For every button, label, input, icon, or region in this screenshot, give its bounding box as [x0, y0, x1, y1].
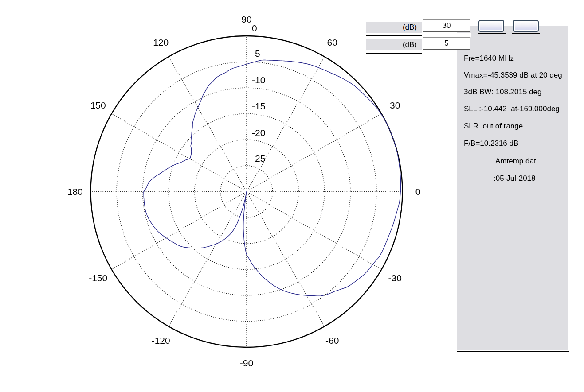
- svg-text:180: 180: [67, 186, 83, 197]
- svg-text:-60: -60: [325, 335, 339, 345]
- svg-text:-20: -20: [252, 128, 265, 138]
- svg-text:0: 0: [252, 23, 257, 33]
- svg-text:120: 120: [153, 37, 169, 47]
- svg-text:-150: -150: [89, 273, 107, 283]
- svg-text:-15: -15: [252, 101, 265, 111]
- svg-text:0: 0: [415, 186, 421, 197]
- svg-text:-25: -25: [252, 153, 265, 163]
- svg-text:150: 150: [90, 100, 106, 110]
- svg-text:60: 60: [327, 37, 337, 47]
- svg-text:-90: -90: [240, 358, 253, 368]
- svg-text:30: 30: [390, 100, 400, 110]
- svg-text:-30: -30: [388, 273, 402, 283]
- svg-text:-5: -5: [252, 48, 260, 58]
- svg-text:-10: -10: [252, 75, 265, 85]
- svg-text:90: 90: [241, 14, 251, 24]
- svg-text:-120: -120: [152, 335, 170, 345]
